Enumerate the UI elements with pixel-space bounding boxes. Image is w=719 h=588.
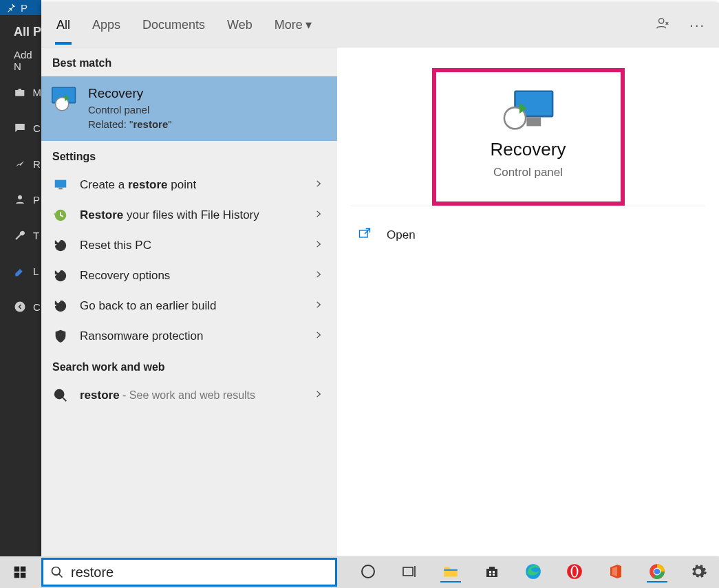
briefcase-icon [14, 86, 26, 98]
chrome-icon[interactable] [647, 562, 667, 582]
settings-item-5[interactable]: Ransomware protection [41, 321, 337, 351]
recovery-icon [52, 237, 69, 254]
svg-point-1 [15, 302, 25, 312]
svg-rect-22 [493, 574, 495, 576]
svg-point-16 [362, 565, 374, 578]
pin-label: P [21, 2, 28, 14]
svg-rect-14 [21, 573, 26, 578]
action-open[interactable]: Open [351, 206, 705, 264]
svg-point-6 [59, 244, 62, 247]
settings-item-label: Reset this PC [80, 239, 303, 252]
person-icon [14, 193, 26, 206]
shield-icon [52, 328, 69, 345]
all-header: All P [0, 15, 41, 47]
svg-rect-3 [55, 180, 67, 188]
windows-icon [13, 565, 27, 579]
settings-item-3[interactable]: Recovery options [41, 261, 337, 291]
preview-pane: Recovery Control panel Open [337, 47, 719, 556]
settings-item-label: Recovery options [80, 269, 303, 283]
svg-rect-18 [444, 569, 458, 571]
best-match-subtitle: Control panel [88, 104, 172, 116]
bg-item-r[interactable]: R [0, 146, 41, 182]
taskbar-search-box[interactable] [41, 558, 337, 587]
chevron-right-icon [314, 179, 326, 191]
chevron-right-icon [314, 239, 326, 252]
bg-item-m[interactable]: M [0, 74, 41, 110]
bg-item-l[interactable]: L [0, 253, 41, 289]
svg-point-8 [59, 305, 62, 307]
more-options-icon[interactable]: ··· [689, 17, 705, 33]
bg-item-c[interactable]: C [0, 110, 41, 146]
best-match-item[interactable]: Recovery Control panel Related: "restore… [41, 76, 337, 141]
recovery-icon [52, 86, 78, 112]
taskbar-search-input[interactable] [71, 565, 328, 580]
settings-item-label: Restore your files with File History [80, 208, 303, 222]
settings-item-4[interactable]: Go back to an earlier build [41, 291, 337, 321]
opera-icon[interactable] [564, 562, 585, 582]
taskbar [0, 556, 719, 588]
start-button[interactable] [0, 556, 40, 588]
task-view-icon[interactable] [399, 562, 420, 582]
settings-item-0[interactable]: Create a restore point [41, 170, 337, 200]
recovery-icon-large [503, 90, 553, 129]
action-open-label: Open [387, 228, 416, 242]
tab-apps[interactable]: Apps [91, 6, 122, 45]
preview-card: Recovery Control panel [432, 68, 625, 206]
bg-item-t[interactable]: T [0, 217, 41, 253]
section-search-web: Search work and web [41, 351, 337, 380]
preview-title: Recovery [491, 139, 566, 160]
web-search-text: restore - See work and web results [80, 389, 303, 402]
chevron-right-icon [314, 209, 326, 221]
svg-point-26 [572, 566, 577, 576]
background-sidebar: P All P Add N M C R P T L C [0, 0, 41, 556]
settings-item-label: Ransomware protection [80, 329, 303, 343]
svg-rect-10 [360, 230, 368, 237]
tab-web[interactable]: Web [226, 6, 254, 45]
edge-icon[interactable] [523, 562, 544, 582]
search-panel: All Apps Documents Web More▾ ··· Best ma… [41, 3, 719, 556]
chat-icon [14, 122, 26, 134]
tab-more[interactable]: More▾ [273, 5, 313, 45]
add-row[interactable]: Add N [0, 47, 41, 74]
settings-item-label: Create a restore point [80, 178, 303, 192]
recovery-icon [52, 298, 69, 314]
history-icon [52, 207, 69, 224]
account-icon[interactable] [655, 16, 670, 34]
section-best-match: Best match [41, 47, 337, 76]
taskbar-icons [358, 562, 709, 582]
svg-rect-11 [14, 567, 20, 572]
svg-point-2 [659, 19, 664, 23]
tab-documents[interactable]: Documents [141, 6, 206, 45]
svg-rect-13 [14, 573, 20, 578]
svg-rect-4 [58, 188, 63, 190]
svg-point-9 [55, 390, 64, 399]
office-icon[interactable] [605, 562, 626, 582]
svg-rect-17 [403, 567, 413, 576]
search-topbar: All Apps Documents Web More▾ ··· [41, 3, 719, 47]
settings-item-2[interactable]: Reset this PC [41, 230, 337, 261]
best-match-related: Related: "restore" [88, 118, 172, 130]
search-tabs: All Apps Documents Web More▾ [55, 5, 313, 45]
cortana-icon[interactable] [358, 562, 378, 582]
svg-point-15 [52, 567, 61, 576]
microsoft-store-icon[interactable] [482, 562, 502, 582]
svg-point-29 [654, 569, 661, 575]
chevron-right-icon [314, 270, 326, 282]
svg-point-0 [18, 195, 22, 199]
bg-item-c2[interactable]: C [0, 289, 41, 325]
settings-gear-icon[interactable] [688, 562, 709, 582]
pinned-header: P [0, 0, 41, 15]
chevron-right-icon [314, 389, 326, 402]
web-search-item[interactable]: restore - See work and web results [41, 380, 337, 411]
best-match-title: Recovery [88, 86, 172, 101]
eraser-icon [14, 265, 26, 277]
bg-item-p[interactable]: P [0, 182, 41, 217]
preview-subtitle: Control panel [493, 166, 563, 179]
settings-item-1[interactable]: Restore your files with File History [41, 200, 337, 230]
svg-rect-12 [21, 567, 26, 572]
search-icon [50, 565, 64, 579]
svg-rect-20 [493, 571, 495, 573]
chevron-right-icon [314, 300, 326, 312]
file-explorer-icon[interactable] [440, 562, 461, 582]
tab-all[interactable]: All [55, 6, 72, 45]
